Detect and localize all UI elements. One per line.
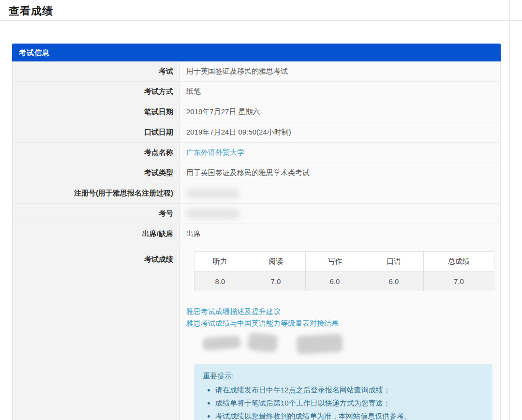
row-exam-type-label: 考试类型 xyxy=(13,163,179,183)
exam-info-panel: 考试信息 考试 用于英国签证及移民的雅思考试 考试方式 纸笔 笔试日期 2019… xyxy=(12,44,501,420)
row-candidate-number-value xyxy=(179,204,500,224)
row-attendance: 出席/缺席 出席 xyxy=(13,224,500,244)
score-table: 听力 阅读 写作 口语 总成绩 8.0 7.0 6.0 6.0 7.0 xyxy=(194,251,494,291)
row-written-date: 笔试日期 2019年7月27日 星期六 xyxy=(13,102,500,122)
row-exam-value: 用于英国签证及移民的雅思考试 xyxy=(179,61,500,81)
score-col-writing: 写作 xyxy=(306,252,364,271)
row-attendance-value: 出席 xyxy=(179,224,500,244)
score-writing: 6.0 xyxy=(306,271,364,291)
page-title: 查看成绩 xyxy=(9,4,53,18)
redacted-scribble xyxy=(296,334,343,355)
redacted-candidate-number xyxy=(186,209,239,219)
row-exam-label: 考试 xyxy=(13,61,179,81)
row-exam-scores-label: 考试成绩 xyxy=(13,244,179,420)
score-values-row: 8.0 7.0 6.0 6.0 7.0 xyxy=(194,271,494,291)
row-exam-type-value: 用于英国签证及移民的雅思学术类考试 xyxy=(179,163,500,183)
score-col-reading: 阅读 xyxy=(246,252,306,271)
row-registration-number: 注册号(用于雅思报名注册过程) xyxy=(13,183,500,204)
row-written-date-value: 2019年7月27日 星期六 xyxy=(179,102,500,122)
notice-item: 考试成绩以您最终收到的成绩单为准，本网站信息仅供参考。 xyxy=(215,409,484,420)
score-overall: 7.0 xyxy=(424,271,494,291)
row-registration-number-value xyxy=(179,183,500,203)
exam-info-table: 考试 用于英国签证及移民的雅思考试 考试方式 纸笔 笔试日期 2019年7月27… xyxy=(12,61,501,420)
row-exam: 考试 用于英国签证及移民的雅思考试 xyxy=(13,61,500,82)
row-test-centre-value: 广东外语外贸大学 xyxy=(179,143,500,163)
panel-header: 考试信息 xyxy=(12,44,501,61)
score-header-row: 听力 阅读 写作 口语 总成绩 xyxy=(194,252,494,271)
score-col-speaking: 口语 xyxy=(364,252,424,271)
test-centre-link[interactable]: 广东外语外贸大学 xyxy=(186,148,244,157)
results-page: 查看成绩 考试信息 考试 用于英国签证及移民的雅思考试 考试方式 纸笔 笔试日期… xyxy=(0,0,522,420)
row-written-date-label: 笔试日期 xyxy=(13,102,179,122)
score-description-link[interactable]: 雅思考试成绩描述及提升建议 xyxy=(186,306,494,317)
score-col-overall: 总成绩 xyxy=(424,252,494,271)
cse-mapping-link[interactable]: 雅思考试成绩与中国英语能力等级量表对接结果 xyxy=(186,317,494,329)
score-links: 雅思考试成绩描述及提升建议 雅思考试成绩与中国英语能力等级量表对接结果 xyxy=(186,306,494,329)
row-registration-number-label: 注册号(用于雅思报名注册过程) xyxy=(13,183,179,203)
row-speaking-date-value: 2019年7月24日 09:50(24小时制) xyxy=(179,122,500,142)
row-exam-scores-value: 听力 阅读 写作 口语 总成绩 8.0 7.0 6.0 6.0 7.0 xyxy=(179,244,500,420)
notice-title: 重要提示: xyxy=(203,370,484,382)
notice-item: 成绩单将于笔试后第10个工作日以快递方式为您寄送； xyxy=(215,396,484,409)
row-speaking-date: 口试日期 2019年7月24日 09:50(24小时制) xyxy=(13,122,500,143)
row-exam-mode-value: 纸笔 xyxy=(179,82,500,102)
notice-list: 请在成绩发布日中午12点之后登录报名网站查询成绩； 成绩单将于笔试后第10个工作… xyxy=(215,383,484,420)
row-attendance-label: 出席/缺席 xyxy=(13,224,179,244)
title-divider xyxy=(0,20,522,21)
row-test-centre: 考点名称 广东外语外贸大学 xyxy=(13,143,500,163)
score-listening: 8.0 xyxy=(194,271,246,291)
score-reading: 7.0 xyxy=(246,271,306,291)
score-col-listening: 听力 xyxy=(194,252,246,271)
row-speaking-date-label: 口试日期 xyxy=(13,122,179,142)
notice-item: 请在成绩发布日中午12点之后登录报名网站查询成绩； xyxy=(215,383,484,396)
panel-header-label: 考试信息 xyxy=(19,48,50,57)
row-candidate-number-label: 考号 xyxy=(13,204,179,224)
row-exam-mode: 考试方式 纸笔 xyxy=(13,82,500,102)
redacted-registration-number xyxy=(186,189,239,198)
redacted-scribble xyxy=(202,335,241,350)
row-exam-mode-label: 考试方式 xyxy=(13,82,179,102)
score-speaking: 6.0 xyxy=(364,271,424,291)
redacted-scribble xyxy=(247,332,278,353)
row-candidate-number: 考号 xyxy=(13,204,500,224)
redacted-scribble-area xyxy=(186,332,494,357)
page-right-divider xyxy=(509,0,510,420)
important-notice-box: 重要提示: 请在成绩发布日中午12点之后登录报名网站查询成绩； 成绩单将于笔试后… xyxy=(194,364,492,420)
row-exam-type: 考试类型 用于英国签证及移民的雅思学术类考试 xyxy=(13,163,500,183)
row-test-centre-label: 考点名称 xyxy=(13,143,179,163)
row-exam-scores: 考试成绩 听力 阅读 写作 口语 总成绩 xyxy=(13,244,500,420)
